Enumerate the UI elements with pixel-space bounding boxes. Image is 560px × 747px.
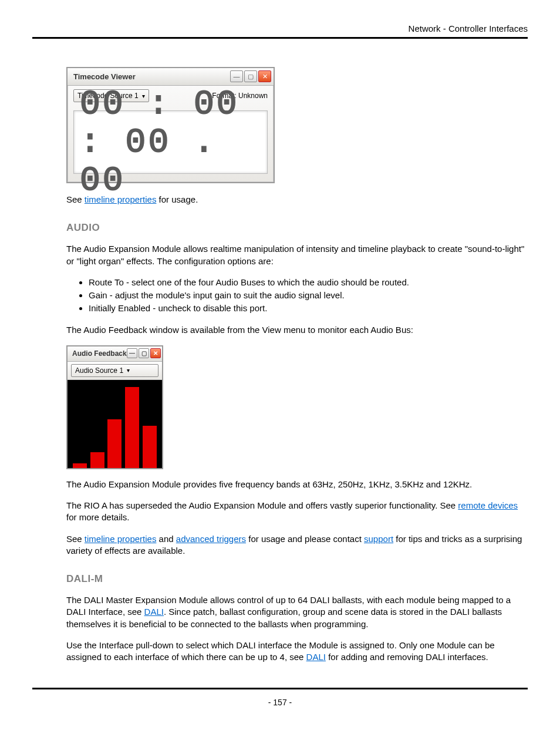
paragraph: Use the Interface pull-down to select wh… <box>66 640 528 664</box>
audio-feedback-chart <box>68 380 162 468</box>
breadcrumb: Network - Controller Interfaces <box>0 23 560 33</box>
bottom-rule <box>32 688 528 689</box>
audio-feedback-title: Audio Feedback <box>72 349 127 358</box>
close-icon[interactable]: ✕ <box>258 70 271 82</box>
chart-bar <box>143 426 157 468</box>
list-item: Route To - select one of the four Audio … <box>89 277 528 288</box>
minimize-icon[interactable]: — <box>230 70 243 82</box>
dali-link[interactable]: DALI <box>144 607 164 617</box>
dali-heading: DALI-M <box>66 573 528 585</box>
maximize-icon[interactable]: ▢ <box>244 70 257 82</box>
audio-options-list: Route To - select one of the four Audio … <box>66 277 528 315</box>
dali-link[interactable]: DALI <box>306 652 326 662</box>
remote-devices-link[interactable]: remote devices <box>458 500 518 510</box>
paragraph: The RIO A has superseded the Audio Expan… <box>66 500 528 524</box>
paragraph: The DALI Master Expansion Module allows … <box>66 594 528 630</box>
minimize-icon[interactable]: — <box>127 348 137 358</box>
list-item: Gain - adjust the module's input gain to… <box>89 290 528 301</box>
page-number: - 157 - <box>0 698 560 707</box>
paragraph: See timeline properties for usage. <box>66 194 528 206</box>
paragraph: The Audio Expansion Module allows realti… <box>66 243 528 267</box>
text-run: for usage. <box>156 194 198 204</box>
paragraph: The Audio Expansion Module provides five… <box>66 479 528 490</box>
audio-feedback-window: Audio Feedback — ▢ ✕ Audio Source 1 ▾ <box>66 345 163 469</box>
timecode-titlebar[interactable]: Timecode Viewer — ▢ ✕ <box>68 68 274 86</box>
chart-bar <box>90 452 104 468</box>
top-rule <box>32 37 528 39</box>
timecode-readout: 00 : 00 : 00 . 00 <box>80 85 261 200</box>
chart-bar <box>125 387 139 468</box>
timecode-title: Timecode Viewer <box>73 72 136 81</box>
advanced-triggers-link[interactable]: advanced triggers <box>176 534 246 544</box>
text-run: for adding and removing DALI interfaces. <box>326 652 488 662</box>
paragraph: See timeline properties and advanced tri… <box>66 533 528 557</box>
timecode-display: 00 : 00 : 00 . 00 <box>73 110 268 174</box>
maximize-icon[interactable]: ▢ <box>139 348 149 358</box>
chart-bar <box>107 419 122 468</box>
list-item: Initially Enabled - uncheck to disable t… <box>89 302 528 314</box>
text-run: for more details. <box>66 512 130 522</box>
audio-feedback-titlebar[interactable]: Audio Feedback — ▢ ✕ <box>68 346 162 362</box>
audio-source-select[interactable]: Audio Source 1 ▾ <box>71 364 158 377</box>
chart-bar <box>73 463 87 468</box>
text-run: and <box>156 534 176 544</box>
audio-heading: AUDIO <box>66 222 528 234</box>
timeline-properties-link[interactable]: timeline properties <box>85 534 157 544</box>
text-run: See <box>66 534 85 544</box>
audio-source-label: Audio Source 1 <box>75 366 123 375</box>
timeline-properties-link[interactable]: timeline properties <box>85 194 157 204</box>
text-run: The RIO A has superseded the Audio Expan… <box>66 500 458 510</box>
paragraph: The Audio Feedback window is available f… <box>66 324 528 336</box>
chevron-down-icon: ▾ <box>127 367 130 374</box>
support-link[interactable]: support <box>364 534 393 544</box>
close-icon[interactable]: ✕ <box>150 348 161 358</box>
text-run: See <box>66 194 85 204</box>
timecode-viewer-window: Timecode Viewer — ▢ ✕ Timecode Source 1 … <box>66 67 275 183</box>
text-run: for usage and please contact <box>246 534 364 544</box>
